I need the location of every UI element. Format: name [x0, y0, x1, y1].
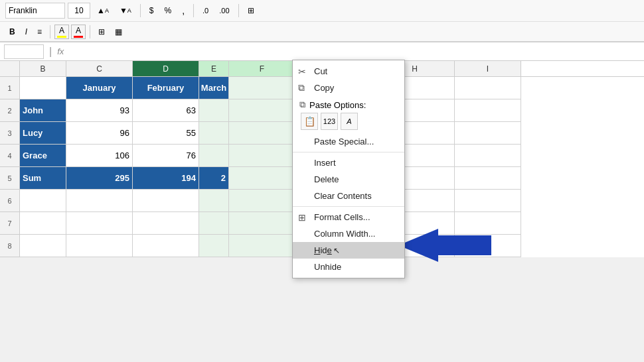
cell-e3[interactable]: [199, 122, 229, 145]
paste-options-label: Paste Options:: [309, 100, 366, 110]
row-num-3: 3: [0, 122, 20, 145]
col-header-d[interactable]: D: [133, 61, 199, 76]
menu-separator-1: [293, 152, 404, 152]
cell-f2[interactable]: [229, 99, 295, 122]
cell-e1[interactable]: March: [199, 77, 229, 99]
cell-i3[interactable]: [455, 122, 521, 145]
cell-c6[interactable]: [66, 190, 133, 212]
cell-d8[interactable]: [133, 235, 199, 257]
increase-font-button[interactable]: ▲A: [93, 3, 113, 19]
decrease-decimal-button[interactable]: .00: [215, 3, 233, 19]
paste-option-2[interactable]: 123: [321, 113, 338, 130]
copy-icon: ⧉: [298, 82, 305, 93]
menu-item-insert[interactable]: Insert: [293, 154, 404, 171]
cell-f8[interactable]: [229, 235, 295, 257]
cell-d6[interactable]: [133, 190, 199, 212]
cell-c4[interactable]: 106: [66, 145, 133, 167]
cell-b2[interactable]: John: [20, 99, 66, 122]
format-table-button[interactable]: ⊞: [244, 3, 258, 19]
cell-f1[interactable]: [229, 77, 295, 99]
row-num-2: 2: [0, 99, 20, 122]
paste-special-label: Paste Special...: [314, 137, 374, 147]
cell-c5[interactable]: 295: [66, 167, 133, 190]
highlight-color-button[interactable]: A: [54, 25, 69, 39]
cell-i1[interactable]: [455, 77, 521, 99]
menu-item-unhide[interactable]: Unhide: [293, 259, 404, 275]
column-width-label: Column Width...: [314, 229, 375, 239]
cell-f7[interactable]: [229, 212, 295, 235]
cell-d1[interactable]: February: [133, 77, 199, 99]
insert-label: Insert: [314, 158, 336, 168]
menu-item-paste-special[interactable]: Paste Special...: [293, 133, 404, 150]
menu-item-format-cells[interactable]: ⊞ Format Cells...: [293, 209, 404, 225]
font-size-input[interactable]: [68, 3, 90, 19]
cell-i5[interactable]: [455, 167, 521, 190]
paste-option-3-icon: A: [347, 117, 351, 125]
cell-i4[interactable]: [455, 145, 521, 167]
cell-d4[interactable]: 76: [133, 145, 199, 167]
name-box[interactable]: [4, 44, 44, 59]
cell-d7[interactable]: [133, 212, 199, 235]
col-header-i[interactable]: I: [455, 61, 521, 76]
menu-item-clear-contents[interactable]: Clear Contents: [293, 188, 404, 204]
cell-c8[interactable]: [66, 235, 133, 257]
cell-b8[interactable]: [20, 235, 66, 257]
cell-e4[interactable]: [199, 145, 229, 167]
cell-e2[interactable]: [199, 99, 229, 122]
cell-i2[interactable]: [455, 99, 521, 122]
menu-item-hide[interactable]: Hide ↖: [293, 242, 404, 259]
cell-d3[interactable]: 55: [133, 122, 199, 145]
bold-button[interactable]: B: [5, 24, 19, 40]
cursor-icon: ↖: [333, 246, 340, 255]
font-name-input[interactable]: [5, 3, 65, 19]
align-button[interactable]: ≡: [33, 24, 46, 40]
col-header-b[interactable]: B: [20, 61, 66, 76]
cell-c3[interactable]: 96: [66, 122, 133, 145]
cell-f3[interactable]: [229, 122, 295, 145]
menu-item-column-width[interactable]: Column Width...: [293, 225, 404, 242]
cell-f4[interactable]: [229, 145, 295, 167]
increase-decimal-button[interactable]: .0: [199, 3, 212, 19]
cut-icon: ✂: [298, 66, 306, 77]
col-header-f[interactable]: F: [229, 61, 295, 76]
font-color-button[interactable]: A: [71, 25, 86, 39]
cell-f6[interactable]: [229, 190, 295, 212]
decrease-font-button[interactable]: ▼A: [116, 3, 135, 19]
cell-e8[interactable]: [199, 235, 229, 257]
cell-b1[interactable]: [20, 77, 66, 99]
cell-e6[interactable]: [199, 190, 229, 212]
cell-c7[interactable]: [66, 212, 133, 235]
toolbar-separator-3: [238, 4, 239, 17]
cell-b6[interactable]: [20, 190, 66, 212]
italic-button[interactable]: I: [21, 24, 31, 40]
paste-option-1[interactable]: 📋: [301, 113, 318, 130]
col-header-e[interactable]: E: [199, 61, 229, 76]
cell-f5[interactable]: [229, 167, 295, 190]
cell-c2[interactable]: 93: [66, 99, 133, 122]
col-header-c[interactable]: C: [66, 61, 133, 76]
toolbar-separator-2: [193, 4, 194, 17]
percent-button[interactable]: %: [161, 3, 176, 19]
cell-b5[interactable]: Sum: [20, 167, 66, 190]
cell-b7[interactable]: [20, 212, 66, 235]
unhide-label: Unhide: [314, 262, 341, 272]
comma-button[interactable]: ,: [178, 3, 189, 19]
fill-color-button[interactable]: ▦: [111, 24, 126, 40]
menu-item-copy[interactable]: ⧉ Copy: [293, 80, 404, 96]
borders-button[interactable]: ⊞: [94, 24, 109, 40]
cell-b3[interactable]: Lucy: [20, 122, 66, 145]
toolbar-separator-5: [90, 25, 90, 38]
cell-c1[interactable]: January: [66, 77, 133, 99]
paste-option-3[interactable]: A: [341, 113, 358, 130]
cell-d2[interactable]: 63: [133, 99, 199, 122]
cell-d5[interactable]: 194: [133, 167, 199, 190]
menu-item-cut[interactable]: ✂ Cut: [293, 63, 404, 80]
menu-item-cut-label: Cut: [314, 66, 327, 76]
formula-input[interactable]: [68, 46, 640, 56]
menu-item-delete[interactable]: Delete: [293, 171, 404, 188]
cell-e7[interactable]: [199, 212, 229, 235]
currency-button[interactable]: $: [145, 3, 158, 19]
cell-e5[interactable]: 2: [199, 167, 229, 190]
cell-i6[interactable]: [455, 190, 521, 212]
cell-b4[interactable]: Grace: [20, 145, 66, 167]
